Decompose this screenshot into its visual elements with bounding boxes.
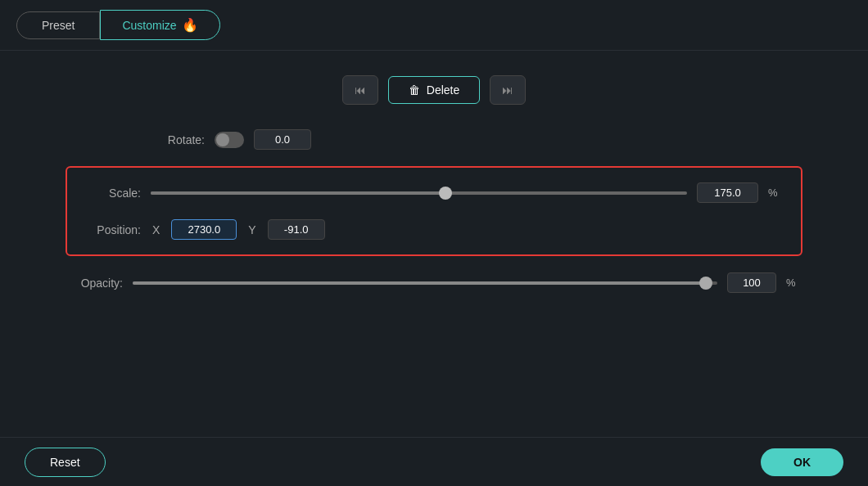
delete-button[interactable]: Delete — [388, 76, 480, 104]
scale-row: Scale: 175.0 % — [84, 182, 784, 203]
position-x-value[interactable]: 2730.0 — [171, 219, 237, 240]
main-content: ⏮ Delete ⏭ Rotate: 0.0 Scale: 175.0 % — [0, 51, 868, 309]
scale-value[interactable]: 175.0 — [697, 182, 758, 203]
rotate-value[interactable]: 0.0 — [254, 129, 311, 150]
opacity-slider-track[interactable] — [133, 281, 717, 285]
opacity-unit: % — [786, 277, 802, 289]
next-icon: ⏭ — [502, 83, 513, 97]
scale-slider-container — [151, 191, 687, 195]
position-y-value[interactable]: -91.0 — [268, 219, 325, 240]
ok-button[interactable]: OK — [761, 448, 843, 476]
crown-icon: 🔥 — [182, 17, 198, 33]
rotate-label: Rotate: — [147, 133, 205, 146]
opacity-row: Opacity: 100 % — [66, 272, 802, 293]
prev-button[interactable]: ⏮ — [342, 75, 378, 105]
prev-icon: ⏮ — [355, 83, 366, 97]
controls-row: ⏮ Delete ⏭ — [66, 75, 802, 105]
x-axis-label: X — [152, 223, 160, 236]
trash-icon — [409, 83, 420, 97]
tab-customize[interactable]: Customize 🔥 — [100, 10, 219, 40]
customize-label: Customize — [122, 19, 176, 32]
rotate-toggle[interactable] — [215, 132, 244, 148]
scale-slider-track[interactable] — [151, 191, 687, 195]
y-axis-label: Y — [248, 223, 255, 236]
position-row: Position: X 2730.0 Y -91.0 — [84, 219, 784, 240]
reset-button[interactable]: Reset — [25, 448, 106, 477]
opacity-value[interactable]: 100 — [727, 272, 776, 293]
opacity-label: Opacity: — [66, 277, 123, 290]
rotate-row: Rotate: 0.0 — [66, 129, 802, 150]
tab-preset[interactable]: Preset — [16, 11, 100, 39]
bottom-bar: Reset OK — [0, 437, 868, 486]
tab-bar: Preset Customize 🔥 — [0, 0, 868, 51]
opacity-slider-thumb[interactable] — [699, 277, 712, 290]
scale-label: Scale: — [84, 187, 141, 200]
scale-slider-thumb[interactable] — [439, 187, 452, 200]
delete-label: Delete — [427, 83, 459, 97]
scale-position-section: Scale: 175.0 % Position: X 2730.0 Y -91.… — [66, 166, 802, 256]
scale-unit: % — [768, 187, 784, 199]
position-label: Position: — [84, 223, 141, 236]
next-button[interactable]: ⏭ — [490, 75, 526, 105]
